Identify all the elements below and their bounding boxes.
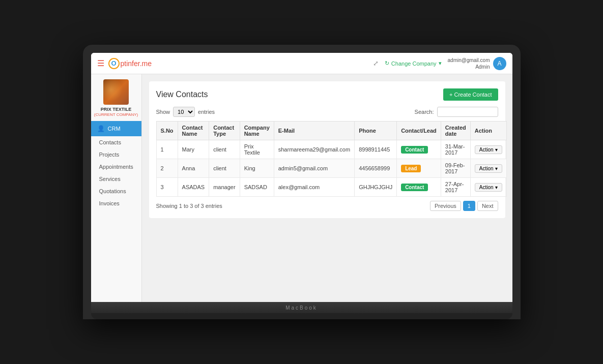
- show-label: Show: [156, 109, 170, 115]
- search-input[interactable]: [437, 107, 498, 117]
- sidebar-item-projects[interactable]: Projects: [91, 148, 141, 161]
- col-created-date: Created date: [441, 122, 470, 140]
- cell-contact-name: Mary: [178, 140, 209, 159]
- col-action: Action: [470, 122, 506, 140]
- nav-left: ☰ O ptinfer.me: [97, 58, 152, 69]
- table-row: 1 Mary client Prix Textile sharmareema29…: [156, 140, 506, 159]
- user-role: Admin: [448, 64, 490, 70]
- cell-contact-type: client: [209, 159, 240, 178]
- cell-action: Action ▾: [470, 140, 506, 159]
- contacts-table: S.No Contact Name Contact Type Company N…: [156, 121, 507, 197]
- main-layout: PRIX TEXTILE (CURRENT COMPANY) 👤 CRM Con…: [91, 74, 512, 302]
- prev-page-button[interactable]: Previous: [430, 201, 461, 211]
- user-email: admin@gmail.com: [448, 57, 490, 64]
- logo-text: ptinfer.me: [121, 59, 152, 68]
- sidebar-menu: 👤 CRM Contacts Projects Appointments Ser…: [91, 121, 141, 209]
- col-contact-lead: Contact/Lead: [397, 122, 441, 140]
- content-card: View Contacts + Create Contact Show 10 2…: [149, 81, 505, 218]
- cell-email: alex@gmail.com: [274, 178, 354, 197]
- hamburger-icon[interactable]: ☰: [97, 58, 104, 68]
- page-1-button[interactable]: 1: [463, 201, 475, 211]
- cell-date: 27-Apr-2017: [441, 178, 470, 197]
- cell-contact-name: Anna: [178, 159, 209, 178]
- page-title: View Contacts: [156, 90, 208, 99]
- action-button[interactable]: Action ▾: [475, 145, 502, 154]
- cell-date: 09-Feb-2017: [441, 159, 470, 178]
- sidebar-item-invoices[interactable]: Invoices: [91, 197, 141, 209]
- sidebar-item-contacts[interactable]: Contacts: [91, 136, 141, 148]
- sidebar-item-quotations[interactable]: Quotations: [91, 185, 141, 197]
- cell-phone: GHJHGJGHJ: [355, 178, 397, 197]
- pagination: Previous 1 Next: [430, 201, 498, 211]
- table-controls: Show 10 25 50 entries Search:: [156, 107, 498, 117]
- laptop-brand: MacBook: [285, 305, 318, 311]
- action-button[interactable]: Action ▾: [475, 183, 502, 192]
- logo-icon: O: [108, 58, 120, 69]
- cell-action: Action ▾: [470, 178, 506, 197]
- content-area: View Contacts + Create Contact Show 10 2…: [142, 74, 512, 302]
- next-page-button[interactable]: Next: [477, 201, 498, 211]
- table-row: 2 Anna client King admin5@gmail.com 4456…: [156, 159, 506, 178]
- col-contact-type: Contact Type: [209, 122, 240, 140]
- sidebar-item-crm[interactable]: 👤 CRM: [91, 121, 141, 136]
- table-footer: Showing 1 to 3 of 3 entries Previous 1 N…: [156, 201, 498, 211]
- user-info: admin@gmail.com Admin A: [448, 57, 506, 70]
- company-current: (CURRENT COMPANY): [94, 112, 138, 117]
- sidebar-sub-items: Contacts Projects Appointments Services …: [91, 136, 141, 209]
- change-company-label: Change Company: [391, 60, 437, 67]
- logo-letter: O: [111, 59, 116, 67]
- col-company-name: Company Name: [240, 122, 274, 140]
- expand-icon[interactable]: ⤢: [373, 59, 379, 67]
- search-label: Search:: [415, 109, 434, 115]
- logo: O ptinfer.me: [108, 58, 152, 69]
- table-header-row: S.No Contact Name Contact Type Company N…: [156, 122, 506, 140]
- col-sno: S.No: [156, 122, 178, 140]
- entries-select[interactable]: 10 25 50: [173, 107, 195, 117]
- cell-action: Action ▾: [470, 159, 506, 178]
- cell-email: sharmareema29@gmail.com: [274, 140, 354, 159]
- create-contact-button[interactable]: + Create Contact: [443, 88, 498, 101]
- col-phone: Phone: [355, 122, 397, 140]
- entries-label: entries: [198, 109, 215, 115]
- cell-phone: 4456658999: [355, 159, 397, 178]
- show-entries: Show 10 25 50 entries: [156, 107, 215, 117]
- cell-sno: 2: [156, 159, 178, 178]
- content-header: View Contacts + Create Contact: [156, 88, 498, 101]
- action-button[interactable]: Action ▾: [475, 164, 502, 173]
- col-email: E-Mail: [274, 122, 354, 140]
- cell-badge: Contact: [397, 140, 441, 159]
- cell-company-name: SADSAD: [240, 178, 274, 197]
- col-contact-name: Contact Name: [178, 122, 209, 140]
- cell-email: admin5@gmail.com: [274, 159, 354, 178]
- showing-text: Showing 1 to 3 of 3 entries: [156, 203, 222, 209]
- cell-phone: 8998911445: [355, 140, 397, 159]
- sidebar-item-appointments[interactable]: Appointments: [91, 161, 141, 173]
- cell-contact-type: manager: [209, 178, 240, 197]
- cell-company-name: King: [240, 159, 274, 178]
- search-box: Search:: [415, 107, 498, 117]
- crm-label: CRM: [108, 126, 121, 132]
- cell-sno: 1: [156, 140, 178, 159]
- crm-icon: 👤: [97, 125, 105, 132]
- table-row: 3 ASADAS manager SADSAD alex@gmail.com G…: [156, 178, 506, 197]
- refresh-icon: ↻: [385, 60, 389, 67]
- nav-right: ⤢ ↻ Change Company ▾ admin@gmail.com Adm…: [373, 57, 506, 70]
- sidebar-item-services[interactable]: Services: [91, 173, 141, 185]
- avatar: A: [493, 57, 506, 70]
- sidebar: PRIX TEXTILE (CURRENT COMPANY) 👤 CRM Con…: [91, 74, 142, 302]
- cell-sno: 3: [156, 178, 178, 197]
- top-nav: ☰ O ptinfer.me ⤢ ↻: [91, 53, 512, 74]
- cell-company-name: Prix Textile: [240, 140, 274, 159]
- cell-date: 31-Mar-2017: [441, 140, 470, 159]
- cell-badge: Lead: [397, 159, 441, 178]
- cell-badge: Contact: [397, 178, 441, 197]
- chevron-down-icon: ▾: [439, 60, 442, 67]
- company-logo: [103, 79, 129, 105]
- change-company-btn[interactable]: ↻ Change Company ▾: [385, 60, 442, 67]
- cell-contact-name: ASADAS: [178, 178, 209, 197]
- company-name: PRIX TEXTILE: [101, 107, 132, 112]
- user-text: admin@gmail.com Admin: [448, 57, 490, 70]
- cell-contact-type: client: [209, 140, 240, 159]
